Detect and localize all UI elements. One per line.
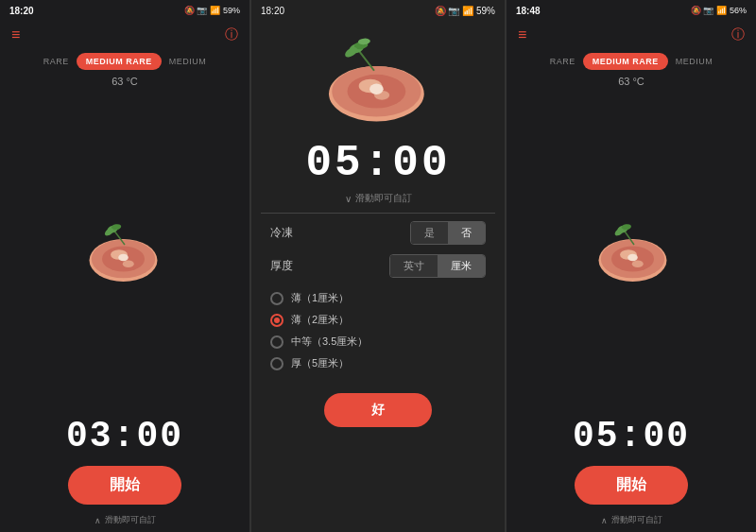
radio-thick[interactable]: 厚（5厘米） (270, 356, 486, 370)
timer-middle: 05:00 (251, 135, 505, 190)
slide-label-middle: 滑動即可自訂 (355, 192, 412, 205)
slide-hint-left[interactable]: ∧ 滑動即可自訂 (0, 510, 249, 532)
temp-right: 63 °C (507, 74, 756, 91)
frozen-no-btn[interactable]: 否 (448, 222, 485, 244)
left-battery: 🔕 📷 📶 59% (184, 6, 240, 15)
right-battery: 🔕 📷 📶 56% (691, 6, 747, 15)
frozen-row: 冷凍 是 否 (270, 221, 486, 245)
svg-point-26 (627, 253, 638, 261)
right-status-bar: 18:48 🔕 📷 📶 56% (507, 0, 756, 21)
confirm-btn-middle[interactable]: 好 (324, 393, 432, 427)
time-right: 18:48 (516, 6, 541, 16)
time-middle: 18:20 (261, 6, 284, 16)
steak-svg-middle (317, 30, 439, 129)
chevron-up-icon-left: ∧ (94, 516, 101, 525)
radio-label-thin2: 薄（2厘米） (291, 313, 349, 327)
timer-right: 05:00 (507, 412, 756, 460)
info-icon-right[interactable]: ⓘ (731, 26, 745, 43)
rare-label-left[interactable]: RARE (43, 57, 69, 66)
start-btn-right[interactable]: 開始 (575, 466, 688, 505)
slide-label-right: 滑動即可自訂 (611, 514, 662, 526)
radio-circle-thin2 (270, 314, 284, 327)
slide-hint-right[interactable]: ∧ 滑動即可自訂 (507, 510, 756, 532)
right-time: 18:48 (516, 6, 541, 16)
thickness-options: 薄（1厘米） 薄（2厘米） 中等（3.5厘米） 厚（5厘米） (270, 287, 486, 382)
time-left: 18:20 (9, 6, 34, 16)
medium-label-right[interactable]: MEDIUM (676, 57, 713, 66)
frozen-label: 冷凍 (270, 225, 293, 241)
radio-label-thin1: 薄（1厘米） (291, 291, 349, 305)
medium-rare-btn-right[interactable]: MEDIUM RARE (583, 53, 668, 70)
chevron-up-icon-right: ∧ (601, 516, 608, 525)
radio-medium[interactable]: 中等（3.5厘米） (270, 335, 486, 349)
temp-left: 63 °C (0, 74, 249, 91)
radio-thin2[interactable]: 薄（2厘米） (270, 313, 486, 327)
thickness-toggle[interactable]: 英寸 厘米 (389, 254, 486, 278)
middle-time: 18:20 (261, 6, 284, 16)
radio-label-thick: 厚（5厘米） (291, 356, 349, 370)
medium-label-left[interactable]: MEDIUM (169, 57, 207, 66)
right-doneness-bar: RARE MEDIUM RARE MEDIUM (507, 49, 756, 74)
thickness-label: 厚度 (270, 258, 293, 274)
middle-battery-area: 🔕 📷 📶 59% (435, 6, 495, 16)
timer-left: 03:00 (0, 412, 249, 460)
middle-status-bar: 18:20 🔕 📷 📶 59% (251, 0, 505, 21)
left-doneness-bar: RARE MEDIUM RARE MEDIUM (0, 49, 249, 74)
right-panel: 18:48 🔕 📷 📶 56% ≡ ⓘ RARE MEDIUM RARE MED… (506, 0, 756, 532)
svg-point-5 (118, 253, 129, 261)
steak-right (507, 91, 756, 412)
middle-panel: 18:20 🔕 📷 📶 59% 05:00 ∨ 滑動即可自訂 (250, 0, 506, 532)
options-panel: 冷凍 是 否 厚度 英寸 厘米 薄（1厘米） 薄（2厘米） (251, 214, 505, 389)
thickness-row: 厚度 英寸 厘米 (270, 254, 486, 278)
medium-rare-btn-left[interactable]: MEDIUM RARE (77, 53, 162, 70)
battery-middle: 59% (476, 6, 495, 16)
battery-right: 56% (730, 6, 747, 15)
left-panel: 18:20 🔕 📷 📶 59% ≡ ⓘ RARE MEDIUM RARE MED… (0, 0, 250, 532)
left-nav-bar: ≡ ⓘ (0, 21, 249, 49)
inch-btn[interactable]: 英寸 (390, 255, 438, 277)
steak-middle (251, 21, 505, 135)
svg-point-15 (369, 84, 384, 94)
radio-thin1[interactable]: 薄（1厘米） (270, 291, 486, 305)
chevron-down-icon-middle: ∨ (345, 194, 352, 204)
radio-circle-thick (270, 357, 284, 370)
cm-btn[interactable]: 厘米 (438, 255, 485, 277)
frozen-toggle[interactable]: 是 否 (410, 221, 486, 245)
steak-svg-left (82, 216, 167, 287)
svg-point-25 (632, 260, 644, 267)
steak-svg-right (589, 216, 674, 287)
info-icon-left[interactable]: ⓘ (225, 26, 238, 43)
hamburger-icon-right[interactable]: ≡ (518, 26, 526, 43)
battery-left: 59% (223, 6, 240, 15)
radio-label-medium: 中等（3.5厘米） (291, 335, 368, 349)
frozen-yes-btn[interactable]: 是 (411, 222, 448, 244)
radio-circle-medium (270, 335, 284, 349)
svg-point-4 (123, 260, 134, 267)
right-nav-bar: ≡ ⓘ (507, 21, 756, 49)
left-status-bar: 18:20 🔕 📷 📶 59% (0, 0, 249, 21)
rare-label-right[interactable]: RARE (550, 57, 576, 66)
steak-left (0, 91, 249, 412)
start-btn-left[interactable]: 開始 (68, 466, 181, 505)
slide-label-left: 滑動即可自訂 (105, 514, 156, 526)
left-time: 18:20 (9, 6, 34, 16)
radio-circle-thin1 (270, 292, 284, 305)
slide-customize-middle[interactable]: ∨ 滑動即可自訂 (251, 190, 505, 213)
hamburger-icon-left[interactable]: ≡ (11, 26, 20, 43)
